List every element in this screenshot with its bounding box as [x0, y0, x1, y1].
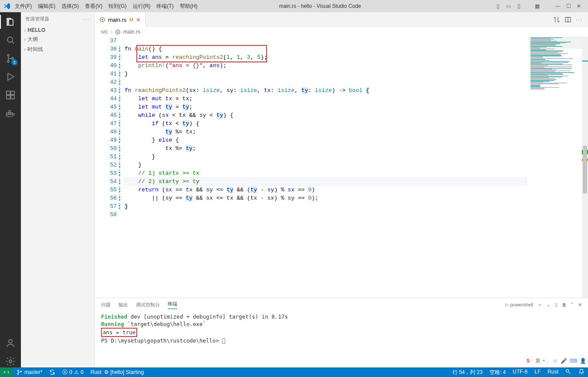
layout-panel-right-icon[interactable]: ▯ — [516, 3, 522, 9]
panel-maximize-icon[interactable]: ˄ — [571, 302, 574, 308]
terminal-shell-label[interactable]: ▷ powershell — [505, 302, 533, 308]
panel-tab-problems[interactable]: 问题 — [101, 302, 111, 308]
vscode-logo-icon — [3, 3, 10, 10]
problems-status[interactable]: ⓧ0⚠0 — [59, 367, 87, 377]
code-line[interactable]: // 2) starty >= ty — [125, 177, 527, 186]
window-maximize-icon[interactable]: ☐ — [565, 3, 571, 9]
kill-terminal-icon[interactable]: 🗑 — [562, 302, 567, 307]
terminal-dropdown-icon[interactable]: ⌄ — [547, 302, 551, 308]
code-line[interactable] — [125, 37, 527, 45]
feedback-icon[interactable] — [562, 369, 575, 375]
code-line[interactable]: || (sy == ty && sx <= tx && (tx - sx) % … — [125, 194, 527, 202]
sidebar-section-outline[interactable]: ›大纲 — [21, 34, 95, 44]
ime-language[interactable]: 英 — [535, 357, 541, 365]
ime-emoji-icon[interactable]: ☺ — [553, 358, 558, 364]
menu-view[interactable]: 查看(V) — [85, 3, 102, 10]
rust-analyzer-status[interactable]: Rust: ⚙ [hello] Starting — [87, 367, 147, 377]
code-line[interactable]: return (sx == tx && sy <= ty && (ty - sy… — [125, 186, 527, 194]
panel-close-icon[interactable]: ✕ — [578, 302, 582, 308]
code-line[interactable]: tx %= ty; — [125, 144, 527, 153]
code-line[interactable]: } — [125, 70, 527, 78]
code-line[interactable]: } — [125, 153, 527, 161]
tab-modified-indicator: M — [129, 17, 133, 22]
activity-bar: 3 — [0, 12, 21, 367]
highlight-box-output: ans = true — [101, 328, 137, 337]
editor-area[interactable]: 3738394041424344454647484950515253545556… — [95, 37, 588, 298]
menu-selection[interactable]: 选择(S) — [61, 3, 79, 10]
window-minimize-icon[interactable]: ― — [555, 3, 561, 9]
svg-rect-11 — [9, 111, 10, 112]
window-controls: ▯ ▭ ▯ ▦ ― ☐ ✕ — [495, 3, 588, 9]
panel-tab-output[interactable]: 输出 — [118, 302, 128, 308]
minimap[interactable] — [529, 37, 582, 93]
menu-edit[interactable]: 编辑(E) — [38, 3, 55, 10]
ime-user-icon[interactable]: 👤 — [580, 358, 586, 364]
terminal-line: Running `target\debug\hello.exe` — [101, 320, 582, 328]
code-line[interactable]: } — [125, 161, 527, 169]
code-line[interactable]: ty %= tx; — [125, 128, 527, 136]
more-actions-icon[interactable]: ··· — [576, 17, 583, 23]
code-line[interactable]: // 1) startx >= tx — [125, 169, 527, 177]
breadcrumb-seg-src[interactable]: src — [101, 29, 108, 35]
panel-tab-debug[interactable]: 调试控制台 — [136, 302, 160, 308]
menu-file[interactable]: 文件(F) — [15, 3, 32, 10]
ime-voice-icon[interactable]: 🎤 — [561, 358, 567, 364]
search-icon[interactable] — [4, 34, 17, 46]
source-control-icon[interactable]: 3 — [4, 52, 17, 65]
sidebar-section-hello[interactable]: ›HELLO — [21, 26, 95, 34]
encoding-status[interactable]: UTF-8 — [509, 369, 531, 375]
sogou-logo-icon[interactable]: S — [524, 357, 533, 365]
code-line[interactable]: if (tx < ty) { — [125, 119, 527, 128]
sync-status[interactable] — [46, 367, 59, 377]
eol-status[interactable]: LF — [531, 369, 544, 375]
panel-tab-terminal[interactable]: 终端 — [168, 301, 177, 309]
breadcrumb[interactable]: src › main.rs — [95, 27, 588, 37]
ime-keyboard-icon[interactable]: ⌨ — [570, 358, 577, 364]
layout-panel-left-icon[interactable]: ▯ — [495, 3, 501, 9]
svg-point-1 — [7, 54, 9, 56]
vertical-scrollbar[interactable] — [582, 37, 588, 298]
layout-panel-bottom-icon[interactable]: ▭ — [505, 3, 511, 9]
rust-file-icon — [99, 17, 105, 23]
menu-go[interactable]: 转到(G) — [108, 3, 126, 10]
code-line[interactable]: fn reachingPoints2(sx: isize, sy: isize,… — [125, 86, 527, 95]
code-line[interactable]: let ans = reachingPoints2(1, 1, 3, 5); — [125, 53, 527, 61]
title-bar: 文件(F) 编辑(E) 选择(S) 查看(V) 转到(G) 运行(R) 终端(T… — [0, 0, 588, 12]
code-line[interactable]: fn main() { — [125, 45, 527, 53]
remote-indicator[interactable] — [0, 367, 13, 377]
account-icon[interactable] — [4, 337, 17, 349]
extensions-icon[interactable] — [4, 89, 17, 101]
svg-point-18 — [117, 31, 118, 32]
docker-icon[interactable] — [4, 107, 17, 119]
split-editor-icon[interactable] — [564, 16, 571, 23]
split-terminal-icon[interactable]: ▯ — [555, 302, 558, 308]
more-icon[interactable]: ··· — [84, 17, 90, 22]
cursor-position-status[interactable]: 行 54，列 23 — [449, 369, 486, 376]
explorer-icon[interactable] — [4, 16, 17, 28]
ime-punct-icon[interactable]: •， — [543, 357, 550, 365]
settings-gear-icon[interactable] — [4, 355, 17, 367]
code-line[interactable]: } else { — [125, 136, 527, 144]
compare-changes-icon[interactable] — [553, 16, 560, 23]
code-line[interactable] — [125, 211, 527, 219]
run-debug-icon[interactable] — [4, 71, 17, 83]
breadcrumb-seg-file[interactable]: main.rs — [123, 29, 140, 35]
tab-main-rs[interactable]: main.rs M ✕ — [95, 12, 145, 27]
ime-toolbar[interactable]: S 英 •， ☺ 🎤 ⌨ 👤 — [524, 356, 586, 366]
indentation-status[interactable]: 空格: 4 — [486, 369, 509, 376]
code-line[interactable]: } — [125, 202, 527, 211]
customize-layout-icon[interactable]: ▦ — [534, 3, 540, 9]
code-line[interactable]: let mut ty = ty; — [125, 103, 527, 111]
code-line[interactable]: println!("ans = {}", ans); — [125, 61, 527, 70]
terminal-body[interactable]: Finished dev [unoptimized + debuginfo] t… — [95, 311, 588, 367]
language-status[interactable]: Rust — [544, 369, 562, 375]
window-close-icon[interactable]: ✕ — [576, 3, 582, 9]
code-line[interactable] — [125, 78, 527, 86]
git-branch-status[interactable]: master* — [13, 367, 46, 377]
code-line[interactable]: while (sx < tx && sy < ty) { — [125, 111, 527, 119]
code-line[interactable]: let mut tx = tx; — [125, 95, 527, 103]
notifications-icon[interactable] — [575, 369, 588, 375]
new-terminal-icon[interactable]: ＋ — [537, 302, 542, 308]
tab-close-icon[interactable]: ✕ — [136, 17, 141, 23]
sidebar-section-timeline[interactable]: ›时间线 — [21, 44, 95, 54]
